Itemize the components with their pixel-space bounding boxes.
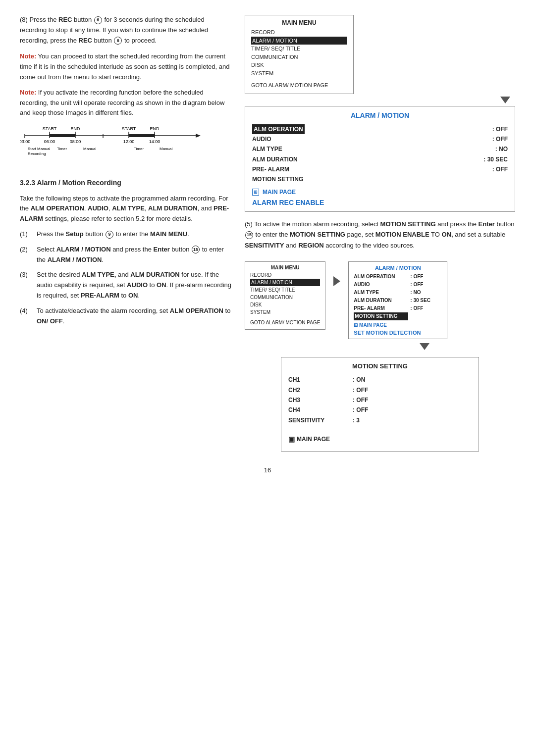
step8-text: (8) Press the xyxy=(20,16,58,23)
mini-menu-record: RECORD xyxy=(250,271,320,279)
mini-audio-value: : OFF xyxy=(410,281,423,289)
alm-type-row: ALM TYPE : NO xyxy=(252,144,508,154)
step8-rec2: REC xyxy=(79,37,92,44)
sensitivity-row: SENSITIVITY : 3 xyxy=(288,415,472,425)
section-323-heading: 3.2.3 Alarm / Motion Recording xyxy=(20,177,233,188)
timeline-diagram: START END START END xyxy=(20,124,233,165)
alarm-rec-enable-label: ALARM REC ENABLE xyxy=(252,199,508,206)
sensitivity-label: SENSITIVITY xyxy=(288,415,353,425)
main-menu-text: MAIN MENU xyxy=(150,230,187,238)
step4-content: To activate/deactivate the alarm recordi… xyxy=(37,306,233,327)
timeline-svg: START END START END xyxy=(20,124,208,164)
motion-enable-ref: MOTION ENABLE xyxy=(375,231,429,238)
note1-label: Note: xyxy=(20,52,36,60)
alm-op-label-cell: ALM OPERATION xyxy=(252,124,305,134)
svg-text:START: START xyxy=(122,126,136,131)
mini-motion-setting-row: MOTION SETTING xyxy=(354,312,442,320)
bottom-diagrams: MAIN MENU RECORD ALARM / MOTION TIMER/ S… xyxy=(245,261,515,339)
mini-menu-disk: DISK xyxy=(250,301,320,308)
pre-alarm-label: PRE-ALARM xyxy=(81,292,119,299)
section-323-intro: Take the following steps to activate the… xyxy=(20,194,233,224)
svg-text:START: START xyxy=(43,126,57,131)
alarm-motion-box: ALARM / MOTION ALM OPERATION : OFF AUDIO… xyxy=(245,106,515,212)
note2-paragraph: Note: If you activate the recording func… xyxy=(20,88,233,118)
svg-text:END: END xyxy=(70,126,80,131)
mini-main-menu-title: MAIN MENU xyxy=(250,265,320,270)
menu-goto: GOTO ALARM/ MOTION PAGE xyxy=(251,81,347,90)
alm-duration-value: : 30 SEC xyxy=(483,154,508,164)
mini-alm-op-value: : OFF xyxy=(410,273,423,281)
svg-text:END: END xyxy=(150,126,160,131)
menu-item-timer: TIMER/ SEQ/ TITLE xyxy=(251,45,347,53)
step1-item: (1) Press the Setup button 9 to enter th… xyxy=(20,229,233,240)
ch4-value: : OFF xyxy=(353,405,368,415)
main-page-link: ⊞ MAIN PAGE xyxy=(252,189,508,196)
on-off-label: ON/ OFF xyxy=(37,317,63,325)
motion-main-page-text: MAIN PAGE xyxy=(297,436,330,443)
alm-op-label: ALM OPERATION xyxy=(170,307,223,314)
ch1-row: CH1 : ON xyxy=(288,375,472,385)
menu-item-system: SYSTEM xyxy=(251,69,347,78)
alm-type-label-cell: ALM TYPE xyxy=(252,144,282,154)
mini-alm-type-label: ALM TYPE xyxy=(354,289,408,297)
alm-duration-label-cell: ALM DURATION xyxy=(252,154,298,164)
alm-type-value: : NO xyxy=(495,144,508,154)
step3-content: Set the desired ALM TYPE, and ALM DURATI… xyxy=(37,270,233,301)
right-column: MAIN MENU RECORD ALARM / MOTION TIMER/ S… xyxy=(245,15,515,452)
on2-label: ON xyxy=(128,292,138,299)
svg-marker-11 xyxy=(196,134,201,138)
circle-9-icon: 9 xyxy=(106,231,113,239)
svg-text:08:00: 08:00 xyxy=(70,139,81,144)
mini-motion-setting-label: MOTION SETTING xyxy=(354,312,408,320)
step8-text5: to proceed. xyxy=(122,37,157,44)
audio-text: AUDIO xyxy=(88,204,108,212)
duration-text: DURATION xyxy=(164,204,198,212)
motion-main-page-link: ▣ MAIN PAGE xyxy=(288,435,472,443)
step8-text4: button xyxy=(92,37,113,44)
mini-alm-type-value: : NO xyxy=(410,289,421,297)
step3-item: (3) Set the desired ALM TYPE, and ALM DU… xyxy=(20,270,233,301)
ch3-value: : OFF xyxy=(353,395,368,405)
sensitivity-value: : 3 xyxy=(353,415,360,425)
step8-paragraph: (8) Press the REC button 6 for 3 seconds… xyxy=(20,15,233,46)
audio-label: AUDIO xyxy=(127,281,148,289)
motion-setting-label-cell: MOTION SETTING xyxy=(252,174,303,184)
main-page-text: MAIN PAGE xyxy=(263,189,296,196)
circle-6-icon: 6 xyxy=(94,16,102,24)
mini-pre-alarm-row: PRE- ALARM : OFF xyxy=(354,304,442,312)
pre-alarm-value: : OFF xyxy=(492,164,508,174)
pre-alarm-label-cell: PRE- ALARM xyxy=(252,164,289,174)
mini-pre-alarm-label: PRE- ALARM xyxy=(354,304,408,312)
arrow-right-container xyxy=(333,276,340,286)
alarm-motion-text: ALARM / MOTION xyxy=(56,246,111,253)
motion-setting-row: MOTION SETTING xyxy=(252,174,508,184)
alm-type-text: ALM TYPE xyxy=(112,204,145,212)
step2-num: (2) xyxy=(20,245,33,265)
mini-menu-timer: TIMER/ SEQ/ TITLE xyxy=(250,286,320,294)
arrow-right-icon xyxy=(333,276,340,286)
ch2-row: CH2 : OFF xyxy=(288,385,472,395)
alm-op-row: ALM OPERATION : OFF xyxy=(252,124,508,134)
note1-text: You can proceed to start the scheduled r… xyxy=(20,52,229,81)
mini-audio-row: AUDIO : OFF xyxy=(354,281,442,289)
mini-alarm-motion-title: ALARM / MOTION xyxy=(354,265,442,271)
motion-setting-title: MOTION SETTING xyxy=(288,362,472,370)
enter-text: Enter xyxy=(154,246,170,253)
audio-row: AUDIO : OFF xyxy=(252,134,508,144)
svg-text:Start Manual: Start Manual xyxy=(28,147,51,151)
step3-num: (3) xyxy=(20,270,33,301)
step2-item: (2) Select ALARM / MOTION and press the … xyxy=(20,245,233,265)
ch4-label: CH4 xyxy=(288,405,353,415)
arrow-down-icon xyxy=(245,97,510,103)
arrow-down2-container xyxy=(334,343,515,350)
mini-alm-duration-row: ALM DURATION : 30 SEC xyxy=(354,297,442,304)
ch4-row: CH4 : OFF xyxy=(288,405,472,415)
ch2-label: CH2 xyxy=(288,385,353,395)
box-icon: ⊞ xyxy=(252,189,259,196)
mini-set-motion-text: SET MOTION DETECTION xyxy=(354,330,442,336)
menu-item-disk: DISK xyxy=(251,61,347,69)
mini-main-page-link: ⊞ MAIN PAGE xyxy=(354,322,442,328)
svg-text:06:00: 06:00 xyxy=(44,139,55,144)
mini-menu-system: SYSTEM xyxy=(250,308,320,316)
ch3-row: CH3 : OFF xyxy=(288,395,472,405)
